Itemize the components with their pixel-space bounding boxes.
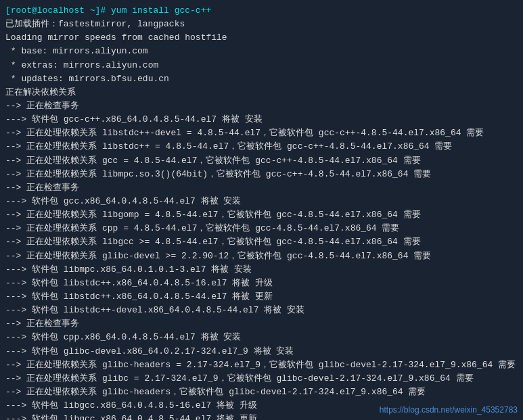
terminal-line: --> 正在处理依赖关系 glibc-devel >= 2.2.90-12，它被…: [5, 250, 518, 263]
terminal-line: --> 正在检查事务: [5, 181, 518, 195]
terminal-line: * extras: mirrors.aliyun.com: [5, 59, 518, 72]
terminal-line: ---> 软件包 glibc-devel.x86_64.0.2.17-324.e…: [5, 345, 518, 358]
terminal-line: * updates: mirrors.bfsu.edu.cn: [5, 72, 518, 86]
terminal-line: --> 正在检查事务: [5, 99, 518, 113]
terminal-line: ---> 软件包 libstdc++-devel.x86_64.0.4.8.5-…: [5, 304, 518, 317]
terminal-line: --> 正在处理依赖关系 libgomp = 4.8.5-44.el7，它被软件…: [5, 208, 518, 222]
watermark: https://blog.csdn.net/weixin_45352783: [380, 405, 518, 415]
terminal-line: --> 正在处理依赖关系 libmpc.so.3()(64bit)，它被软件包 …: [5, 168, 518, 181]
terminal-line: --> 正在处理依赖关系 glibc-headers = 2.17-324.el…: [5, 358, 518, 372]
terminal-line: ---> 软件包 cpp.x86_64.0.4.8.5-44.el7 将被 安装: [5, 331, 518, 344]
terminal-line: ---> 软件包 libstdc++.x86_64.0.4.8.5-44.el7…: [5, 290, 518, 304]
terminal-line: ---> 软件包 gcc.x86_64.0.4.8.5-44.el7 将被 安装: [5, 195, 518, 208]
terminal-line: 已加载插件：fastestmirror, langpacks: [5, 18, 518, 31]
terminal-line: ---> 软件包 libmpc.x86_64.0.1.0.1-3.el7 将被 …: [5, 263, 518, 277]
terminal-line: 正在解决依赖关系: [5, 86, 518, 99]
terminal-line: [root@localhost ~]# yum install gcc-c++: [5, 4, 518, 18]
terminal-line: ---> 软件包 libstdc++.x86_64.0.4.8.5-16.el7…: [5, 277, 518, 290]
terminal-line: * base: mirrors.aliyun.com: [5, 45, 518, 58]
terminal-line: --> 正在检查事务: [5, 317, 518, 331]
terminal-line: ---> 软件包 gcc-c++.x86_64.0.4.8.5-44.el7 将…: [5, 113, 518, 126]
terminal-line: --> 正在处理依赖关系 cpp = 4.8.5-44.el7，它被软件包 gc…: [5, 222, 518, 235]
terminal: [root@localhost ~]# yum install gcc-c++已…: [0, 0, 523, 420]
terminal-line: --> 正在处理依赖关系 glibc = 2.17-324.el7_9，它被软件…: [5, 372, 518, 386]
terminal-line: Loading mirror speeds from cached hostfi…: [5, 31, 518, 45]
terminal-line: --> 正在处理依赖关系 libstdc++ = 4.8.5-44.el7，它被…: [5, 140, 518, 154]
terminal-line: --> 正在处理依赖关系 libgcc >= 4.8.5-44.el7，它被软件…: [5, 235, 518, 249]
terminal-line: --> 正在处理依赖关系 gcc = 4.8.5-44.el7，它被软件包 gc…: [5, 154, 518, 168]
terminal-line: --> 正在处理依赖关系 glibc-headers，它被软件包 glibc-d…: [5, 386, 518, 399]
terminal-line: --> 正在处理依赖关系 libstdc++-devel = 4.8.5-44.…: [5, 126, 518, 140]
